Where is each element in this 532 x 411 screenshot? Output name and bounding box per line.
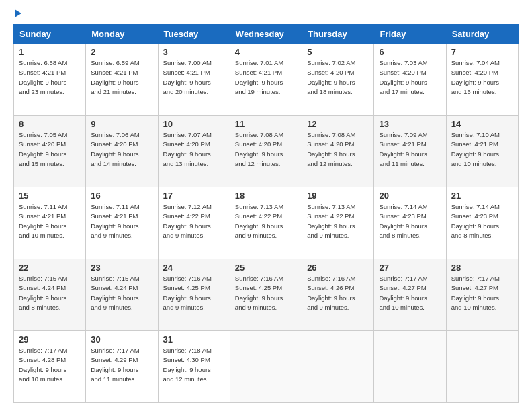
day-cell: 2Sunrise: 6:59 AMSunset: 4:21 PMDaylight… (86, 44, 158, 116)
day-number: 1 (19, 47, 81, 57)
day-number: 3 (163, 47, 225, 57)
day-cell: 9Sunrise: 7:06 AMSunset: 4:20 PMDaylight… (86, 116, 158, 187)
col-header-monday: Monday (86, 25, 158, 44)
day-info: Sunrise: 7:10 AMSunset: 4:21 PMDaylight:… (451, 130, 513, 169)
day-info: Sunrise: 6:59 AMSunset: 4:21 PMDaylight:… (91, 58, 152, 97)
col-header-wednesday: Wednesday (230, 25, 302, 44)
day-number: 25 (235, 263, 297, 273)
day-info: Sunrise: 7:07 AMSunset: 4:20 PMDaylight:… (163, 130, 225, 169)
day-info: Sunrise: 6:58 AMSunset: 4:21 PMDaylight:… (19, 58, 81, 97)
day-cell: 6Sunrise: 7:03 AMSunset: 4:20 PMDaylight… (374, 44, 446, 116)
day-number: 15 (19, 191, 81, 201)
day-info: Sunrise: 7:16 AMSunset: 4:26 PMDaylight:… (307, 274, 369, 312)
col-header-sunday: Sunday (14, 25, 86, 44)
day-info: Sunrise: 7:00 AMSunset: 4:21 PMDaylight:… (163, 58, 225, 97)
day-cell: 14Sunrise: 7:10 AMSunset: 4:21 PMDayligh… (446, 116, 518, 187)
day-number: 5 (307, 47, 369, 57)
day-number: 24 (163, 263, 225, 273)
day-info: Sunrise: 7:14 AMSunset: 4:23 PMDaylight:… (379, 202, 441, 240)
day-info: Sunrise: 7:08 AMSunset: 4:20 PMDaylight:… (307, 130, 369, 169)
day-cell: 28Sunrise: 7:17 AMSunset: 4:27 PMDayligh… (446, 259, 518, 331)
day-number: 4 (235, 47, 297, 57)
day-info: Sunrise: 7:01 AMSunset: 4:21 PMDaylight:… (235, 58, 297, 97)
header (13, 11, 519, 17)
day-cell: 16Sunrise: 7:11 AMSunset: 4:21 PMDayligh… (86, 187, 158, 259)
day-info: Sunrise: 7:08 AMSunset: 4:20 PMDaylight:… (235, 130, 297, 169)
day-cell (446, 331, 518, 403)
week-row-5: 29Sunrise: 7:17 AMSunset: 4:28 PMDayligh… (14, 331, 519, 403)
day-number: 6 (379, 47, 441, 57)
week-row-3: 15Sunrise: 7:11 AMSunset: 4:21 PMDayligh… (14, 187, 519, 259)
day-info: Sunrise: 7:11 AMSunset: 4:21 PMDaylight:… (19, 202, 81, 240)
col-header-friday: Friday (374, 25, 446, 44)
header-row: SundayMondayTuesdayWednesdayThursdayFrid… (14, 25, 519, 44)
day-number: 27 (379, 263, 441, 273)
day-number: 8 (19, 119, 81, 129)
day-info: Sunrise: 7:18 AMSunset: 4:30 PMDaylight:… (163, 346, 225, 384)
day-cell: 23Sunrise: 7:15 AMSunset: 4:24 PMDayligh… (86, 259, 158, 331)
day-number: 14 (451, 119, 513, 129)
day-number: 21 (451, 191, 513, 201)
day-number: 20 (379, 191, 441, 201)
day-cell: 11Sunrise: 7:08 AMSunset: 4:20 PMDayligh… (230, 116, 302, 187)
day-number: 31 (163, 334, 225, 345)
day-number: 13 (379, 119, 441, 129)
day-info: Sunrise: 7:13 AMSunset: 4:22 PMDaylight:… (235, 202, 297, 240)
day-number: 26 (307, 263, 369, 273)
day-info: Sunrise: 7:13 AMSunset: 4:22 PMDaylight:… (307, 202, 369, 240)
day-number: 28 (451, 263, 513, 273)
day-info: Sunrise: 7:03 AMSunset: 4:20 PMDaylight:… (379, 58, 441, 97)
day-cell (374, 331, 446, 403)
day-cell: 10Sunrise: 7:07 AMSunset: 4:20 PMDayligh… (158, 116, 230, 187)
day-number: 11 (235, 119, 297, 129)
day-cell: 1Sunrise: 6:58 AMSunset: 4:21 PMDaylight… (14, 44, 86, 116)
day-cell: 15Sunrise: 7:11 AMSunset: 4:21 PMDayligh… (14, 187, 86, 259)
day-cell: 8Sunrise: 7:05 AMSunset: 4:20 PMDaylight… (14, 116, 86, 187)
day-number: 17 (163, 191, 225, 201)
day-cell: 22Sunrise: 7:15 AMSunset: 4:24 PMDayligh… (14, 259, 86, 331)
day-number: 22 (19, 263, 81, 273)
day-info: Sunrise: 7:12 AMSunset: 4:22 PMDaylight:… (163, 202, 225, 240)
day-info: Sunrise: 7:02 AMSunset: 4:20 PMDaylight:… (307, 58, 369, 97)
day-cell: 31Sunrise: 7:18 AMSunset: 4:30 PMDayligh… (158, 331, 230, 403)
day-cell: 27Sunrise: 7:17 AMSunset: 4:27 PMDayligh… (374, 259, 446, 331)
day-cell: 19Sunrise: 7:13 AMSunset: 4:22 PMDayligh… (302, 187, 374, 259)
week-row-2: 8Sunrise: 7:05 AMSunset: 4:20 PMDaylight… (14, 116, 519, 187)
day-info: Sunrise: 7:14 AMSunset: 4:23 PMDaylight:… (451, 202, 513, 240)
day-cell: 26Sunrise: 7:16 AMSunset: 4:26 PMDayligh… (302, 259, 374, 331)
page: SundayMondayTuesdayWednesdayThursdayFrid… (0, 0, 532, 411)
col-header-saturday: Saturday (446, 25, 518, 44)
day-info: Sunrise: 7:17 AMSunset: 4:29 PMDaylight:… (91, 346, 152, 384)
day-cell: 4Sunrise: 7:01 AMSunset: 4:21 PMDaylight… (230, 44, 302, 116)
day-number: 10 (163, 119, 225, 129)
day-cell: 12Sunrise: 7:08 AMSunset: 4:20 PMDayligh… (302, 116, 374, 187)
day-info: Sunrise: 7:16 AMSunset: 4:25 PMDaylight:… (235, 274, 297, 312)
day-cell: 17Sunrise: 7:12 AMSunset: 4:22 PMDayligh… (158, 187, 230, 259)
day-number: 29 (19, 334, 81, 345)
day-number: 12 (307, 119, 369, 129)
day-number: 9 (91, 119, 152, 129)
day-cell (230, 331, 302, 403)
day-cell: 7Sunrise: 7:04 AMSunset: 4:20 PMDaylight… (446, 44, 518, 116)
day-info: Sunrise: 7:06 AMSunset: 4:20 PMDaylight:… (91, 130, 152, 169)
day-cell: 30Sunrise: 7:17 AMSunset: 4:29 PMDayligh… (86, 331, 158, 403)
day-cell: 21Sunrise: 7:14 AMSunset: 4:23 PMDayligh… (446, 187, 518, 259)
day-info: Sunrise: 7:17 AMSunset: 4:27 PMDaylight:… (451, 274, 513, 312)
day-cell: 5Sunrise: 7:02 AMSunset: 4:20 PMDaylight… (302, 44, 374, 116)
day-cell: 20Sunrise: 7:14 AMSunset: 4:23 PMDayligh… (374, 187, 446, 259)
day-cell: 29Sunrise: 7:17 AMSunset: 4:28 PMDayligh… (14, 331, 86, 403)
day-number: 2 (91, 47, 152, 57)
day-info: Sunrise: 7:15 AMSunset: 4:24 PMDaylight:… (91, 274, 152, 312)
day-cell: 3Sunrise: 7:00 AMSunset: 4:21 PMDaylight… (158, 44, 230, 116)
col-header-tuesday: Tuesday (158, 25, 230, 44)
day-number: 23 (91, 263, 152, 273)
day-info: Sunrise: 7:11 AMSunset: 4:21 PMDaylight:… (91, 202, 152, 240)
day-cell: 18Sunrise: 7:13 AMSunset: 4:22 PMDayligh… (230, 187, 302, 259)
day-cell: 25Sunrise: 7:16 AMSunset: 4:25 PMDayligh… (230, 259, 302, 331)
day-number: 30 (91, 334, 152, 345)
logo-arrow-icon (15, 9, 21, 17)
day-info: Sunrise: 7:17 AMSunset: 4:28 PMDaylight:… (19, 346, 81, 384)
day-info: Sunrise: 7:04 AMSunset: 4:20 PMDaylight:… (451, 58, 513, 97)
day-info: Sunrise: 7:17 AMSunset: 4:27 PMDaylight:… (379, 274, 441, 312)
day-number: 18 (235, 191, 297, 201)
